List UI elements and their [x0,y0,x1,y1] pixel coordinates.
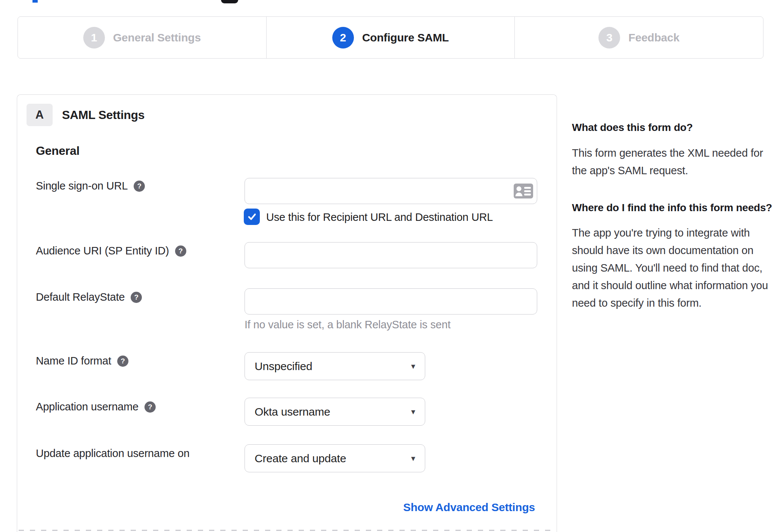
audience-uri-label: Audience URI (SP Entity ID) ? [36,245,186,257]
help-heading-what: What does this form do? [572,120,777,135]
help-icon[interactable]: ? [134,181,145,192]
update-username-label-text: Update application username on [36,447,190,460]
application-username-label-text: Application username [36,401,139,413]
step-label: General Settings [113,31,201,44]
help-icon[interactable]: ? [131,292,142,303]
sso-url-label-text: Single sign-on URL [36,180,128,192]
chevron-down-icon: ▾ [411,362,415,371]
relay-state-input[interactable] [245,288,537,314]
recipient-url-checkbox[interactable] [244,209,260,225]
help-body-where: The app you're trying to integrate with … [572,224,777,312]
step-general-settings[interactable]: 1 General Settings [18,17,266,58]
application-username-select[interactable]: Okta username ▾ [245,398,425,426]
saml-settings-card: A SAML Settings General Single sign-on U… [17,94,557,532]
chevron-down-icon: ▾ [411,454,415,463]
step-label: Feedback [628,31,679,44]
name-id-format-label: Name ID format ? [36,355,128,367]
sso-url-input[interactable] [245,178,537,204]
application-username-value: Okta username [255,406,330,418]
audience-uri-label-text: Audience URI (SP Entity ID) [36,245,169,257]
section-heading-general: General [36,144,80,158]
step-label: Configure SAML [362,31,449,44]
relay-state-label-text: Default RelayState [36,291,125,303]
cutoff-blue-fragment [32,0,38,3]
sso-url-label: Single sign-on URL ? [36,180,145,192]
update-username-value: Create and update [255,452,346,465]
wizard-stepper: 1 General Settings 2 Configure SAML 3 Fe… [18,16,763,59]
card-title: SAML Settings [62,104,144,126]
help-heading-where: Where do I find the info this form needs… [572,200,777,216]
application-username-label: Application username ? [36,401,156,413]
update-username-select[interactable]: Create and update ▾ [245,444,425,472]
name-id-format-label-text: Name ID format [36,355,111,367]
help-icon[interactable]: ? [144,401,156,413]
checkmark-icon [247,212,257,222]
chevron-down-icon: ▾ [411,407,415,417]
update-username-label: Update application username on [36,447,190,460]
help-icon[interactable]: ? [117,356,128,367]
help-body-what: This form generates the XML needed for t… [572,144,777,179]
audience-uri-input[interactable] [245,242,537,268]
contact-card-icon [514,184,533,198]
step-feedback[interactable]: 3 Feedback [514,17,763,58]
card-bottom-dashed-divider [19,530,555,531]
name-id-format-value: Unspecified [255,360,312,373]
help-icon[interactable]: ? [175,245,186,257]
show-advanced-settings-link[interactable]: Show Advanced Settings [403,501,535,514]
help-sidebar: What does this form do? This form genera… [572,120,777,312]
name-id-format-select[interactable]: Unspecified ▾ [245,352,425,380]
cutoff-black-icon-fragment [221,0,238,3]
relay-state-label: Default RelayState ? [36,291,142,303]
section-a-badge: A [27,104,53,126]
step-number-badge: 1 [83,27,105,48]
step-number-badge: 3 [598,27,620,48]
step-configure-saml[interactable]: 2 Configure SAML [266,17,515,58]
relay-state-hint: If no value is set, a blank RelayState i… [245,319,451,331]
recipient-url-checkbox-label: Use this for Recipient URL and Destinati… [266,211,493,223]
step-number-badge: 2 [332,27,354,48]
